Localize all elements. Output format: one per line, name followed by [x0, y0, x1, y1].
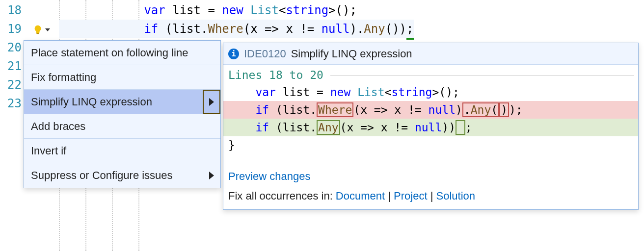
line-number: 18	[0, 1, 25, 20]
info-icon: i	[228, 49, 239, 59]
line-number: 20	[0, 38, 25, 57]
diagnostic-title: Simplify LINQ expression	[291, 48, 412, 60]
diff-range-label: Lines 18 to 20	[223, 67, 638, 83]
menu-item-simplify-linq[interactable]: Simplify LINQ expression	[24, 90, 220, 114]
diff-added-line: if (list.Any(x => x != null)) ;	[223, 119, 638, 136]
lightbulb-quick-actions-button[interactable]	[28, 23, 54, 37]
diff-preview: Lines 18 to 20 var list = new List<strin…	[223, 65, 638, 163]
code-area[interactable]: var list = new List<string>(); if (list.…	[59, 1, 414, 38]
menu-item-place-statement[interactable]: Place statement on following line	[24, 41, 220, 65]
chevron-down-icon	[45, 28, 50, 31]
menu-item-suppress-configure[interactable]: Suppress or Configure issues	[24, 163, 220, 188]
fix-document-link[interactable]: Document	[336, 190, 385, 202]
diagnostic-id[interactable]: IDE0120	[244, 48, 286, 60]
svg-rect-0	[36, 33, 39, 34]
menu-item-invert-if[interactable]: Invert if	[24, 139, 220, 163]
code-line-19[interactable]: if (list.Where(x => x != null).Any());	[59, 20, 414, 38]
submenu-arrow-icon	[203, 90, 220, 114]
code-editor: 18 19 20 21 22 23 var list = new List<st…	[0, 0, 644, 251]
diff-removed-line: if (list.Where(x => x != null).Any());	[223, 101, 638, 119]
warning-squiggle[interactable]: ;	[406, 20, 413, 40]
menu-item-add-braces[interactable]: Add braces	[24, 114, 220, 139]
preview-changes-link[interactable]: Preview changes	[228, 170, 311, 182]
lightbulb-icon	[32, 25, 43, 35]
fix-project-link[interactable]: Project	[394, 190, 427, 202]
fix-all-label: Fix all occurrences in:	[228, 190, 336, 202]
fix-preview-panel: i IDE0120 Simplify LINQ expression Lines…	[223, 43, 639, 210]
menu-item-fix-formatting[interactable]: Fix formatting	[24, 65, 220, 90]
code-line-18[interactable]: var list = new List<string>();	[59, 1, 414, 20]
quick-actions-menu: Place statement on following line Fix fo…	[24, 40, 221, 188]
line-number: 19	[0, 20, 25, 38]
diff-context-line: var list = new List<string>();	[223, 83, 638, 101]
line-number: 21	[0, 57, 25, 75]
diff-context-line: }	[223, 136, 638, 154]
submenu-arrow-icon	[203, 163, 220, 188]
line-number-gutter: 18 19 20 21 22 23	[0, 0, 25, 113]
line-number: 22	[0, 75, 25, 94]
line-number: 23	[0, 94, 25, 113]
fix-solution-link[interactable]: Solution	[436, 190, 476, 202]
preview-footer: Preview changes Fix all occurrences in: …	[223, 163, 638, 209]
preview-header: i IDE0120 Simplify LINQ expression	[223, 43, 638, 65]
